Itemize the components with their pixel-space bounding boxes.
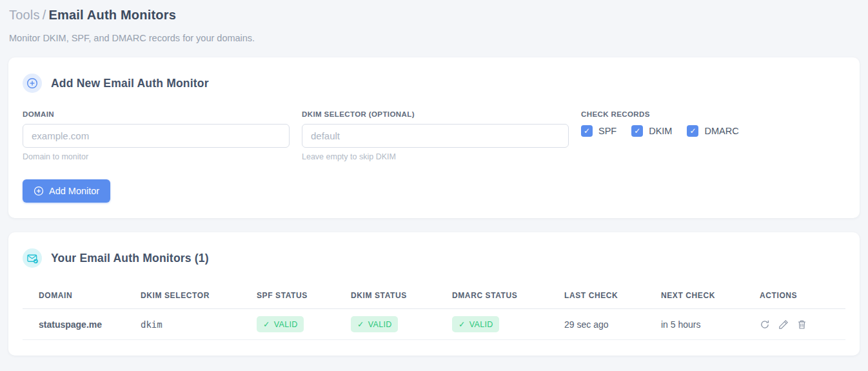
dkim-status-text: VALID bbox=[368, 320, 392, 329]
header-spf-status: SPF STATUS bbox=[252, 283, 346, 309]
add-monitor-form: DOMAIN Domain to monitor DKIM SELECTOR (… bbox=[23, 110, 845, 161]
check-records-label: CHECK RECORDS bbox=[581, 110, 845, 118]
table-row: statuspage.me dkim ✓ VALID ✓ VALID bbox=[23, 309, 845, 340]
spf-status-badge: ✓ VALID bbox=[257, 316, 304, 332]
spf-checkbox-label: SPF bbox=[598, 126, 616, 136]
plus-circle-icon bbox=[34, 186, 44, 196]
cell-domain: statuspage.me bbox=[23, 309, 135, 340]
header-dmarc-status: DMARC STATUS bbox=[447, 283, 559, 309]
header-last-check: LAST CHECK bbox=[559, 283, 656, 309]
dkim-selector-field-group: DKIM SELECTOR (OPTIONAL) Leave empty to … bbox=[302, 110, 569, 161]
check-records-options: ✓ SPF ✓ DKIM ✓ DMARC bbox=[581, 125, 845, 137]
add-monitor-card-title: Add New Email Auth Monitor bbox=[51, 77, 209, 90]
dmarc-status-badge: ✓ VALID bbox=[452, 316, 499, 332]
plus-circle-icon bbox=[23, 74, 42, 93]
row-actions bbox=[760, 319, 840, 330]
header-domain: DOMAIN bbox=[23, 283, 135, 309]
dkim-checkbox-label: DKIM bbox=[649, 126, 672, 136]
domain-field-helper: Domain to monitor bbox=[23, 152, 290, 161]
dkim-status-badge: ✓ VALID bbox=[351, 316, 398, 332]
cell-dkim-selector: dkim bbox=[135, 309, 252, 340]
header-next-check: NEXT CHECK bbox=[656, 283, 755, 309]
dmarc-status-text: VALID bbox=[469, 320, 493, 329]
spf-checkbox-option[interactable]: ✓ SPF bbox=[581, 125, 616, 137]
spf-checkbox[interactable]: ✓ bbox=[581, 125, 593, 137]
dmarc-checkbox-option[interactable]: ✓ DMARC bbox=[687, 125, 738, 137]
cell-dkim-status: ✓ VALID bbox=[346, 309, 447, 340]
dkim-selector-input[interactable] bbox=[302, 124, 569, 148]
cell-next-check: in 5 hours bbox=[656, 309, 755, 340]
dkim-selector-field-helper: Leave empty to skip DKIM bbox=[302, 152, 569, 161]
table-header-row: DOMAIN DKIM SELECTOR SPF STATUS DKIM STA… bbox=[23, 283, 845, 309]
delete-trash-button[interactable] bbox=[797, 319, 807, 330]
domain-field-group: DOMAIN Domain to monitor bbox=[23, 110, 290, 161]
cell-last-check: 29 sec ago bbox=[559, 309, 656, 340]
header-dkim-status: DKIM STATUS bbox=[346, 283, 447, 309]
monitors-card-header: Your Email Auth Monitors (1) bbox=[23, 248, 845, 268]
monitors-card-title: Your Email Auth Monitors (1) bbox=[51, 252, 209, 265]
email-check-icon bbox=[23, 248, 42, 268]
dkim-checkbox-option[interactable]: ✓ DKIM bbox=[631, 125, 672, 137]
check-records-group: CHECK RECORDS ✓ SPF ✓ DKIM ✓ DMARC bbox=[581, 110, 845, 161]
cell-dmarc-status: ✓ VALID bbox=[447, 309, 559, 340]
monitors-table: DOMAIN DKIM SELECTOR SPF STATUS DKIM STA… bbox=[23, 283, 845, 340]
page-subtitle: Monitor DKIM, SPF, and DMARC records for… bbox=[8, 33, 860, 43]
add-monitor-button-label: Add Monitor bbox=[49, 186, 99, 196]
spf-status-text: VALID bbox=[274, 320, 298, 329]
breadcrumb-tools-link[interactable]: Tools bbox=[9, 8, 40, 22]
add-monitor-button[interactable]: Add Monitor bbox=[23, 179, 110, 203]
breadcrumb-separator: / bbox=[40, 8, 49, 22]
dmarc-checkbox[interactable]: ✓ bbox=[687, 125, 698, 137]
check-icon: ✓ bbox=[263, 319, 270, 329]
dkim-checkbox[interactable]: ✓ bbox=[631, 125, 643, 137]
domain-input[interactable] bbox=[23, 124, 290, 148]
header-dkim-selector: DKIM SELECTOR bbox=[135, 283, 252, 309]
dmarc-checkbox-label: DMARC bbox=[704, 126, 738, 136]
check-icon: ✓ bbox=[357, 319, 364, 329]
page-title: Email Auth Monitors bbox=[48, 8, 176, 22]
add-monitor-card-header: Add New Email Auth Monitor bbox=[23, 74, 845, 93]
check-icon: ✓ bbox=[459, 319, 466, 329]
breadcrumb: Tools/Email Auth Monitors bbox=[8, 8, 860, 23]
monitors-card: Your Email Auth Monitors (1) DOMAIN DKIM… bbox=[8, 232, 860, 356]
refresh-button[interactable] bbox=[760, 319, 770, 330]
cell-spf-status: ✓ VALID bbox=[252, 309, 346, 340]
edit-pencil-button[interactable] bbox=[778, 319, 789, 330]
domain-field-label: DOMAIN bbox=[23, 110, 290, 118]
page: Tools/Email Auth Monitors Monitor DKIM, … bbox=[0, 0, 868, 356]
add-monitor-card: Add New Email Auth Monitor DOMAIN Domain… bbox=[8, 57, 860, 218]
dkim-selector-field-label: DKIM SELECTOR (OPTIONAL) bbox=[302, 110, 569, 118]
cell-actions bbox=[755, 309, 845, 340]
header-actions: ACTIONS bbox=[755, 283, 845, 309]
